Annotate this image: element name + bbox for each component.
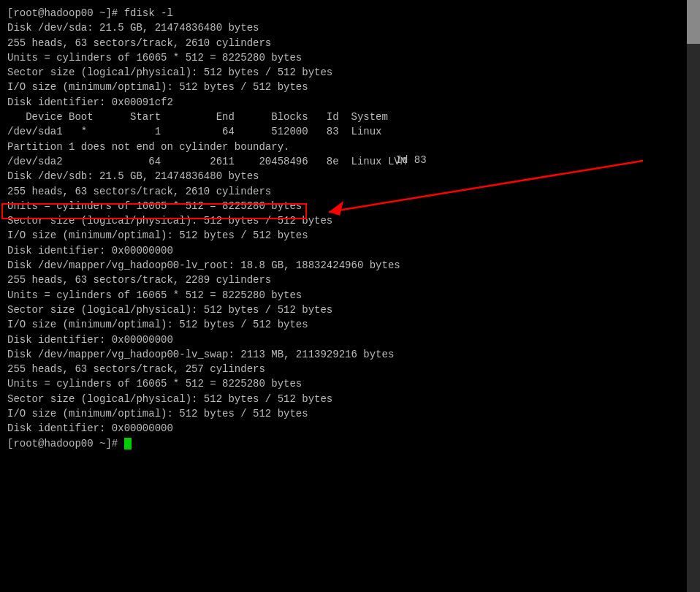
terminal-line-34: I/O size (minimum/optimal): 512 bytes / …: [7, 406, 680, 421]
terminal-line-30: Disk /dev/mapper/vg_hadoop00-lv_swap: 21…: [7, 347, 680, 362]
cursor: [124, 438, 132, 449]
terminal-line-0: [root@hadoop00 ~]# fdisk -l: [7, 6, 680, 20]
terminal: [root@hadoop00 ~]# fdisk -lDisk /dev/sda…: [0, 0, 687, 592]
terminal-line-5: Sector size (logical/physical): 512 byte…: [7, 65, 680, 80]
terminal-line-2: Disk /dev/sda: 21.5 GB, 21474836480 byte…: [7, 20, 680, 35]
terminal-line-3: 255 heads, 63 sectors/track, 2610 cylind…: [7, 36, 680, 50]
terminal-line-27: Disk identifier: 0x00000000: [7, 333, 680, 347]
terminal-line-26: I/O size (minimum/optimal): 512 bytes / …: [7, 317, 680, 332]
scrollbar-thumb[interactable]: [687, 0, 700, 44]
terminal-line-15: 255 heads, 63 sectors/track, 2610 cylind…: [7, 184, 680, 199]
scrollbar[interactable]: [687, 0, 700, 592]
terminal-line-14: Disk /dev/sdb: 21.5 GB, 21474836480 byte…: [7, 169, 680, 183]
terminal-line-6: I/O size (minimum/optimal): 512 bytes / …: [7, 80, 680, 94]
terminal-line-23: 255 heads, 63 sectors/track, 2289 cylind…: [7, 273, 680, 287]
terminal-line-24: Units = cylinders of 16065 * 512 = 82252…: [7, 288, 680, 303]
terminal-line-25: Sector size (logical/physical): 512 byte…: [7, 303, 680, 317]
terminal-line-4: Units = cylinders of 16065 * 512 = 82252…: [7, 50, 680, 65]
terminal-line-35: Disk identifier: 0x00000000: [7, 421, 680, 436]
terminal-line-7: Disk identifier: 0x00091cf2: [7, 95, 680, 110]
id-label: Id 83: [371, 143, 427, 178]
terminal-line-10: /dev/sda1 * 1 64 512000 83 Linux: [7, 124, 680, 139]
terminal-line-16: Units = cylinders of 16065 * 512 = 82252…: [7, 199, 680, 213]
terminal-line-12: /dev/sda2 64 2611 20458496 8e Linux LVM: [7, 154, 680, 169]
terminal-line-32: Units = cylinders of 16065 * 512 = 82252…: [7, 376, 680, 391]
terminal-line-11: Partition 1 does not end on cylinder bou…: [7, 140, 680, 154]
terminal-line-19: Disk identifier: 0x00000000: [7, 243, 680, 258]
terminal-line-22: Disk /dev/mapper/vg_hadoop00-lv_root: 18…: [7, 258, 680, 273]
terminal-line-31: 255 heads, 63 sectors/track, 257 cylinde…: [7, 362, 680, 376]
terminal-line-33: Sector size (logical/physical): 512 byte…: [7, 392, 680, 406]
terminal-line-18: I/O size (minimum/optimal): 512 bytes / …: [7, 228, 680, 243]
terminal-line-37: [root@hadoop00 ~]#: [7, 436, 680, 451]
terminal-line-9: Device Boot Start End Blocks Id System: [7, 110, 680, 124]
terminal-line-17: Sector size (logical/physical): 512 byte…: [7, 213, 680, 228]
